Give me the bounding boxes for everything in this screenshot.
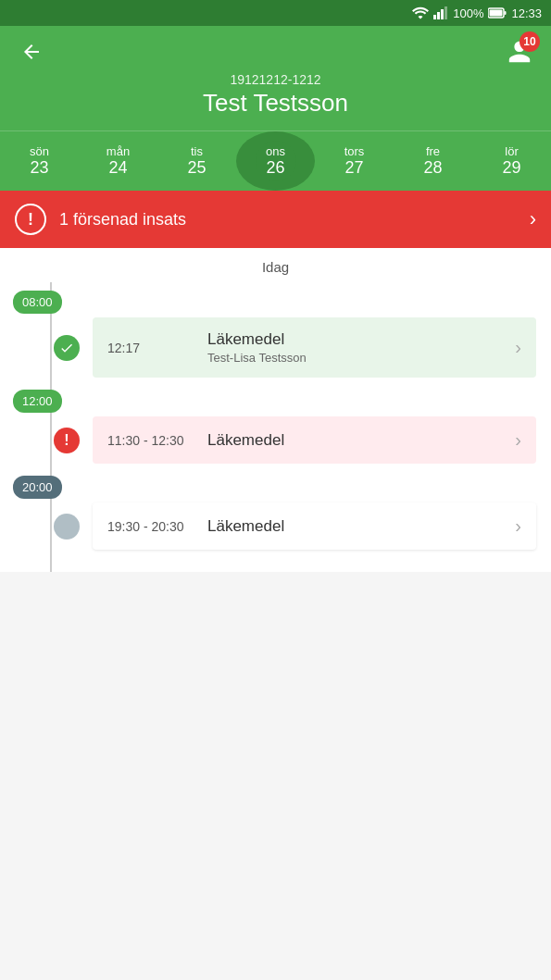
- day-item-mån[interactable]: mån24: [79, 131, 157, 191]
- day-name-lör: lör: [505, 144, 518, 158]
- card-dot-exclamation: !: [54, 428, 80, 453]
- battery-text: 100%: [453, 6, 483, 20]
- card-title-1130: Läkemedel: [207, 431, 507, 450]
- day-item-lör[interactable]: lör29: [472, 131, 551, 191]
- card-chevron-1217: ›: [515, 337, 521, 358]
- day-num-tors: 27: [344, 158, 363, 178]
- battery-icon: [488, 7, 507, 19]
- card-dot-none: [54, 514, 80, 540]
- card-1930[interactable]: 19:30 - 20:30 Läkemedel ›: [93, 502, 536, 550]
- timeline: 08:00 12:17 Läkemedel Test-Lisa Testsson…: [0, 282, 551, 572]
- time-pill-2000: 20:00: [13, 476, 62, 499]
- day-name-tis: tis: [191, 144, 203, 158]
- user-name: Test Testsson: [203, 89, 348, 118]
- card-1130[interactable]: 11:30 - 12:30 Läkemedel ›: [93, 416, 536, 464]
- time-pill-0800: 08:00: [13, 291, 62, 314]
- day-num-fre: 28: [423, 158, 442, 178]
- header: 10 19121212-1212 Test Testsson: [0, 26, 551, 130]
- status-icons: 100% 12:33: [412, 6, 542, 20]
- day-name-sön: sön: [30, 144, 49, 158]
- time-section-2000: 20:00: [93, 467, 536, 495]
- card-time-1217: 12:17: [107, 341, 200, 355]
- svg-rect-0: [433, 15, 436, 19]
- day-item-sön[interactable]: sön23: [0, 131, 79, 191]
- day-item-tis[interactable]: tis25: [157, 131, 236, 191]
- day-name-tors: tors: [344, 144, 365, 158]
- time-tag-0800: 08:00: [13, 293, 62, 310]
- time-text: 12:33: [511, 6, 542, 20]
- notification-badge: 10: [520, 31, 540, 52]
- time-tag-1200: 12:00: [13, 392, 62, 409]
- day-item-fre[interactable]: fre28: [394, 131, 472, 191]
- card-info-1130: Läkemedel: [207, 431, 507, 450]
- day-num-ons: 26: [266, 158, 284, 178]
- card-subtitle-1217: Test-Lisa Testsson: [207, 351, 507, 365]
- svg-rect-2: [441, 9, 444, 19]
- card-title-1217: Läkemedel: [207, 330, 507, 349]
- user-id: 19121212-1212: [230, 72, 320, 87]
- status-bar: 100% 12:33: [0, 0, 551, 26]
- card-section-1930[interactable]: 19:30 - 20:30 Läkemedel ›: [93, 502, 536, 550]
- card-dot-check: [54, 335, 80, 361]
- time-pill-1200: 12:00: [13, 390, 62, 413]
- day-name-fre: fre: [426, 144, 440, 158]
- back-button[interactable]: [15, 35, 48, 68]
- time-tag-2000: 20:00: [13, 478, 62, 495]
- svg-rect-6: [490, 10, 503, 17]
- signal-icon: [433, 6, 448, 19]
- day-name-mån: mån: [106, 144, 130, 158]
- day-name-ons: ons: [266, 144, 285, 158]
- notification-button[interactable]: 10: [503, 35, 536, 68]
- header-top: 10: [15, 35, 536, 68]
- card-title-1930: Läkemedel: [207, 517, 507, 536]
- day-num-sön: 23: [30, 158, 48, 178]
- svg-rect-1: [437, 12, 440, 19]
- card-info-1930: Läkemedel: [207, 517, 507, 536]
- time-section-0800: 08:00: [93, 282, 536, 310]
- card-chevron-1130: ›: [515, 429, 521, 451]
- card-chevron-1930: ›: [515, 515, 521, 537]
- card-info-1217: Läkemedel Test-Lisa Testsson: [207, 330, 507, 365]
- svg-rect-5: [505, 11, 507, 15]
- alert-icon: !: [15, 204, 46, 235]
- day-num-tis: 25: [187, 158, 206, 178]
- day-item-tors[interactable]: tors27: [315, 131, 394, 191]
- day-selector: sön23mån24tis25ons26tors27fre28lör29: [0, 130, 551, 191]
- day-num-lör: 29: [502, 158, 520, 178]
- card-section-1130[interactable]: ! 11:30 - 12:30 Läkemedel ›: [93, 416, 536, 464]
- time-section-1200: 12:00: [93, 381, 536, 409]
- svg-rect-3: [445, 6, 447, 19]
- timeline-line: [50, 282, 52, 572]
- today-label: Idag: [0, 248, 551, 282]
- alert-text: 1 försenad insats: [59, 210, 530, 229]
- day-num-mån: 24: [108, 158, 127, 178]
- card-time-1130: 11:30 - 12:30: [107, 433, 200, 448]
- wifi-icon: [412, 6, 429, 19]
- card-time-1930: 19:30 - 20:30: [107, 519, 200, 534]
- alert-banner[interactable]: ! 1 försenad insats ›: [0, 191, 551, 248]
- card-section-1217[interactable]: 12:17 Läkemedel Test-Lisa Testsson ›: [93, 317, 536, 378]
- alert-chevron: ›: [530, 207, 536, 231]
- day-item-ons[interactable]: ons26: [236, 131, 315, 191]
- card-1217[interactable]: 12:17 Läkemedel Test-Lisa Testsson ›: [93, 317, 536, 378]
